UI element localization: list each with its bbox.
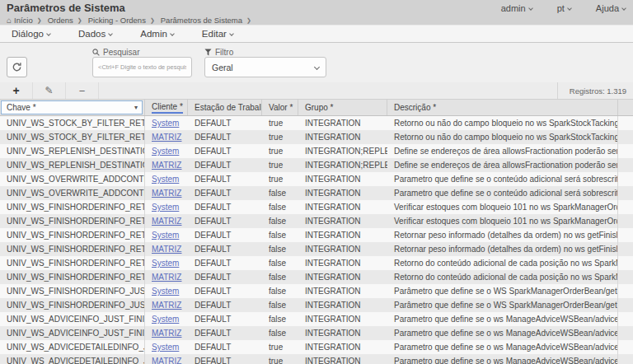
client-link[interactable]: MATRIZ: [152, 357, 181, 364]
remove-button[interactable]: −: [66, 82, 99, 99]
cell-spacer: [618, 256, 633, 270]
column-header-chave[interactable]: Chave * ▾: [0, 100, 145, 115]
cell-chave: UNIV_WS_ADVICEINFO_JUST_FINISHED: [0, 312, 145, 326]
cell-spacer: [618, 200, 633, 214]
breadcrumb-item[interactable]: ⌂ Início ❯: [7, 16, 48, 25]
client-link[interactable]: System: [152, 147, 179, 156]
cell-grupo: INTEGRATION: [298, 172, 387, 186]
menu-item[interactable]: Dados: [78, 29, 112, 39]
client-link[interactable]: MATRIZ: [152, 301, 181, 310]
add-button[interactable]: +: [0, 82, 33, 99]
cell-spacer: [618, 312, 633, 326]
cell-descricao: Retornar peso informado (detalhes da ord…: [387, 228, 618, 242]
cell-chave: UNIV_WS_OVERWRITE_ADDCONTENT...: [0, 172, 145, 186]
cell-chave: UNIV_WS_REPLENISH_DESTINATION_...: [0, 158, 145, 172]
table-row[interactable]: UNIV_WS_STOCK_BY_FILTER_RETURN... System…: [0, 116, 633, 130]
menu-item[interactable]: Admin: [140, 29, 174, 39]
menu-item[interactable]: Editar: [202, 29, 233, 39]
chave-sort-box[interactable]: Chave * ▾: [1, 100, 143, 114]
column-header-estacao[interactable]: Estação de Trabalho *: [188, 100, 262, 115]
cell-cliente: System: [145, 200, 188, 214]
cell-spacer: [618, 298, 633, 312]
chevron-down-icon: [621, 6, 626, 11]
breadcrumb-item[interactable]: ⌂ Ordens ❯: [48, 16, 88, 25]
table-row[interactable]: UNIV_WS_FINISHORDERINFO_RETUR... MATRIZ …: [0, 214, 633, 228]
cell-grupo: INTEGRATION: [298, 116, 387, 130]
client-link[interactable]: System: [152, 259, 179, 268]
help-menu[interactable]: Ajuda: [596, 3, 626, 13]
table-row[interactable]: UNIV_WS_FINISHORDERINFO_JUST_FI... MATRI…: [0, 298, 633, 312]
table-row[interactable]: UNIV_WS_FINISHORDERINFO_RETUR... System …: [0, 200, 633, 214]
client-link[interactable]: MATRIZ: [152, 273, 181, 282]
cell-grupo: INTEGRATION: [298, 228, 387, 242]
client-link[interactable]: System: [152, 231, 179, 240]
edit-button[interactable]: ✎: [33, 82, 66, 99]
cell-estacao: DEFAULT: [188, 186, 262, 200]
client-link[interactable]: MATRIZ: [152, 329, 181, 338]
cell-estacao: DEFAULT: [188, 214, 262, 228]
table-row[interactable]: UNIV_WS_OVERWRITE_ADDCONTENT... MATRIZ D…: [0, 186, 633, 200]
search-input[interactable]: [92, 57, 192, 77]
filter-zone: Pesquisar Filtro Geral: [0, 43, 633, 82]
client-link[interactable]: MATRIZ: [152, 217, 181, 226]
client-link[interactable]: System: [152, 175, 179, 184]
cell-chave: UNIV_WS_FINISHORDERINFO_RETUR...: [0, 270, 145, 284]
chevron-down-icon: [170, 31, 175, 36]
sort-caret-icon: ▾: [134, 104, 138, 111]
menu-item[interactable]: Diálogo: [12, 29, 50, 39]
cell-spacer: [618, 340, 633, 354]
breadcrumb-item[interactable]: ⌂ Picking - Ordens ❯: [88, 16, 161, 25]
cell-descricao: Retornar peso informado (detalhes da ord…: [387, 242, 618, 256]
column-header-grupo[interactable]: Grupo *: [298, 100, 387, 115]
table-row[interactable]: UNIV_WS_OVERWRITE_ADDCONTENT... System D…: [0, 172, 633, 186]
top-band: Parâmetros de Sistema admin pt Ajuda ⌂ I…: [0, 0, 633, 25]
filter-select[interactable]: Geral: [204, 57, 326, 77]
table-row[interactable]: UNIV_WS_FINISHORDERINFO_RETUR... MATRIZ …: [0, 270, 633, 284]
table-row[interactable]: UNIV_WS_ADVICEDETAILEDINFO_JUST... Syste…: [0, 340, 633, 354]
table-row[interactable]: UNIV_WS_FINISHORDERINFO_RETUR... MATRIZ …: [0, 242, 633, 256]
table-header: Chave * ▾ Cliente * Estação de Trabalho …: [0, 100, 633, 116]
breadcrumb-item[interactable]: ⌂ Parâmetros de Sistema ❯: [161, 16, 257, 25]
cell-estacao: DEFAULT: [188, 116, 262, 130]
cell-descricao: Parametro que define se o ws ManageAdvic…: [387, 340, 618, 354]
table-row[interactable]: UNIV_WS_FINISHORDERINFO_JUST_FI... Syste…: [0, 284, 633, 298]
client-link[interactable]: System: [152, 119, 179, 128]
cell-cliente: MATRIZ: [145, 270, 188, 284]
client-link[interactable]: System: [152, 203, 179, 212]
client-link[interactable]: MATRIZ: [152, 133, 181, 142]
cell-valor: false: [262, 242, 298, 256]
refresh-button[interactable]: [7, 57, 27, 77]
cell-chave: UNIV_WS_FINISHORDERINFO_RETUR...: [0, 228, 145, 242]
client-link[interactable]: MATRIZ: [152, 161, 181, 170]
table-row[interactable]: UNIV_WS_FINISHORDERINFO_RETUR... System …: [0, 228, 633, 242]
client-link[interactable]: MATRIZ: [152, 189, 181, 198]
cell-descricao: Retorno ou não do campo bloqueio no ws S…: [387, 116, 618, 130]
cell-grupo: INTEGRATION: [298, 256, 387, 270]
client-link[interactable]: System: [152, 315, 179, 324]
client-link[interactable]: System: [152, 343, 179, 352]
grid-toolbar: + ✎ − Registros: 1.319: [0, 82, 633, 100]
user-menu[interactable]: admin: [501, 3, 532, 13]
column-header-valor[interactable]: Valor *: [262, 100, 298, 115]
table-row[interactable]: UNIV_WS_ADVICEINFO_JUST_FINISHED System …: [0, 312, 633, 326]
table-row[interactable]: UNIV_WS_ADVICEINFO_JUST_FINISHED MATRIZ …: [0, 326, 633, 340]
cell-grupo: INTEGRATION: [298, 214, 387, 228]
cell-valor: false: [262, 284, 298, 298]
column-header-descricao[interactable]: Descrição *: [387, 100, 618, 115]
cell-valor: false: [262, 326, 298, 340]
table-row[interactable]: UNIV_WS_REPLENISH_DESTINATION_... System…: [0, 144, 633, 158]
client-link[interactable]: System: [152, 287, 179, 296]
cell-grupo: INTEGRATION: [298, 312, 387, 326]
cell-descricao: Define se endereços de área allowsFracti…: [387, 158, 618, 172]
table-row[interactable]: UNIV_WS_ADVICEDETAILEDINFO_JUST... MATRI…: [0, 354, 633, 364]
cell-estacao: DEFAULT: [188, 354, 262, 364]
cell-descricao: Parametro que define se o ws ManageAdvic…: [387, 312, 618, 326]
table-row[interactable]: UNIV_WS_FINISHORDERINFO_RETUR... System …: [0, 256, 633, 270]
language-menu[interactable]: pt: [557, 3, 571, 13]
table-row[interactable]: UNIV_WS_REPLENISH_DESTINATION_... MATRIZ…: [0, 158, 633, 172]
cell-chave: UNIV_WS_OVERWRITE_ADDCONTENT...: [0, 186, 145, 200]
client-link[interactable]: MATRIZ: [152, 245, 181, 254]
column-header-cliente[interactable]: Cliente *: [145, 100, 188, 115]
table-row[interactable]: UNIV_WS_STOCK_BY_FILTER_RETURN... MATRIZ…: [0, 130, 633, 144]
cell-estacao: DEFAULT: [188, 340, 262, 354]
